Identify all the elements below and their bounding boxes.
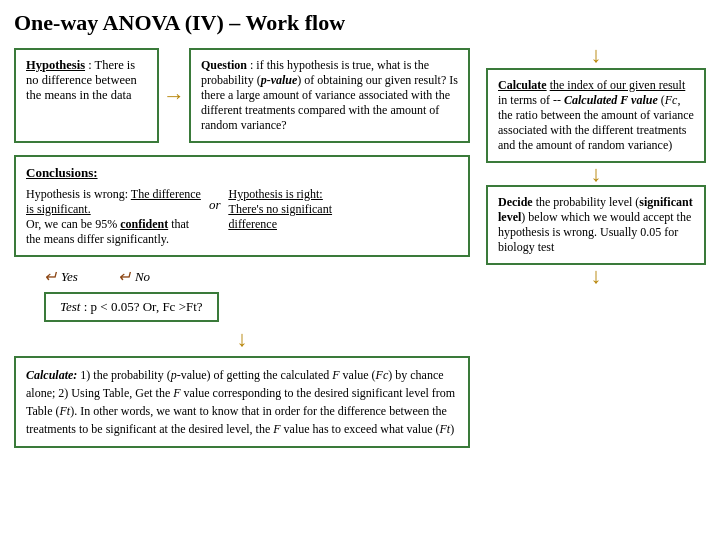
- yes-arrow-icon: ↵: [44, 267, 57, 286]
- calculate-box: Calculate the index of our given result …: [486, 68, 706, 163]
- conclusions-box: Conclusions: Hypothesis is wrong: The di…: [14, 155, 470, 257]
- arrow-top: ↓: [486, 48, 706, 68]
- test-label: Test: [60, 299, 80, 314]
- hyp-row: Hypothesis is wrong: The difference is s…: [26, 187, 458, 247]
- hyp-right-text: Hypothesis is right: There's no signific…: [229, 187, 359, 232]
- arrow-mid: ↓: [486, 163, 706, 185]
- arrow-down-1: ↓: [591, 42, 602, 68]
- arrow-down-3: ↓: [591, 263, 602, 289]
- question-label: Question: [201, 58, 247, 72]
- no-text: No: [135, 269, 150, 285]
- main-content: Hypothesis : There is no difference betw…: [14, 48, 706, 448]
- test-box-wrap: Test : p < 0.05? Or, Fc >Ft?: [14, 292, 470, 322]
- hyp-wrong-text: Hypothesis is wrong: The difference is s…: [26, 187, 201, 247]
- bottom-box: Calculate: 1) the probability (p-value) …: [14, 356, 470, 448]
- yes-label: ↵ Yes: [44, 267, 78, 286]
- or-label: or: [205, 197, 225, 213]
- conclusions-label: Conclusions:: [26, 165, 458, 181]
- yes-text: Yes: [61, 269, 78, 285]
- hypothesis-box: Hypothesis : There is no difference betw…: [14, 48, 159, 143]
- arrow-down-bottom: ↓: [14, 328, 470, 350]
- page-title: One-way ANOVA (IV) – Work flow: [14, 10, 706, 36]
- arrow-down-2: ↓: [591, 161, 602, 187]
- no-label: ↵ No: [118, 267, 150, 286]
- arrow-right-icon: →: [159, 48, 189, 143]
- top-row: Hypothesis : There is no difference betw…: [14, 48, 470, 143]
- test-expr: : p < 0.05? Or, Fc >Ft?: [84, 299, 203, 314]
- right-column: ↓ Calculate the index of our given resul…: [486, 48, 706, 448]
- decide-box: Decide the probability level (significan…: [486, 185, 706, 265]
- hypothesis-label: Hypothesis: [26, 58, 85, 72]
- decide-label: Decide: [498, 195, 533, 209]
- test-box: Test : p < 0.05? Or, Fc >Ft?: [44, 292, 219, 322]
- arrow-bottom: ↓: [486, 265, 706, 287]
- bottom-text: 1) the probability (p-value) of getting …: [26, 368, 455, 436]
- calc-box-label: Calculate: [498, 78, 547, 92]
- question-box: Question : if this hypothesis is true, w…: [189, 48, 470, 143]
- left-column: Hypothesis : There is no difference betw…: [14, 48, 470, 448]
- no-arrow-icon: ↵: [118, 267, 131, 286]
- page: One-way ANOVA (IV) – Work flow Hypothesi…: [0, 0, 720, 540]
- yes-no-row: ↵ Yes ↵ No: [14, 267, 470, 286]
- calc-label: Calculate:: [26, 368, 77, 382]
